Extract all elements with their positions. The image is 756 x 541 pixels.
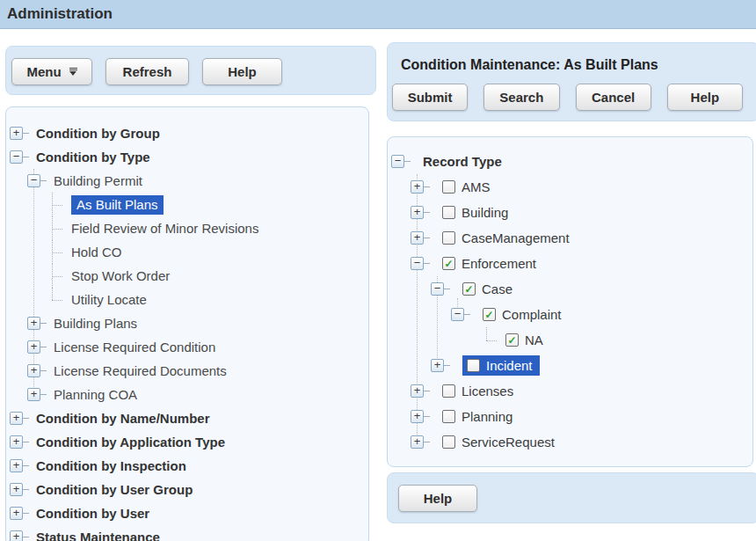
tree-item-label[interactable]: Utility Locate [71, 292, 147, 307]
expander-minus-icon[interactable]: − [431, 282, 444, 296]
expander-plus-icon[interactable]: + [431, 359, 444, 372]
tree-connector-dash [23, 157, 29, 157]
submit-button[interactable]: Submit [392, 84, 468, 111]
menu-button[interactable]: Menu [11, 58, 92, 85]
tree-item-label[interactable]: Condition by Name/Number [36, 411, 210, 426]
tree-item-label[interactable]: Planning [462, 409, 512, 424]
tree-item-label[interactable]: Building Plans [54, 316, 137, 331]
expander-plus-icon[interactable]: + [411, 206, 424, 219]
checkbox-unchecked-icon[interactable] [442, 206, 455, 219]
expander-plus-icon[interactable]: + [10, 483, 23, 496]
tree-connector-dash [40, 394, 47, 395]
tree-item-building: + Building [388, 200, 752, 225]
tree-connector-dash [40, 323, 47, 324]
expander-plus-icon[interactable]: + [411, 435, 424, 449]
expander-plus-icon[interactable]: + [10, 459, 23, 472]
search-button[interactable]: Search [483, 84, 559, 111]
tree-item-enforcement: − ✓ Enforcement [388, 251, 752, 276]
tree-item-label[interactable]: Condition by Group [36, 126, 160, 141]
tree-item-label[interactable]: Enforcement [462, 256, 536, 271]
expander-plus-icon[interactable]: + [27, 317, 40, 330]
tree-item-condition-by-application-type: + Condition by Application Type [6, 430, 368, 454]
tree-item-servicerequest: + ServiceRequest [388, 429, 752, 455]
tree-item-label[interactable]: License Required Condition [54, 340, 215, 355]
tree-item-label[interactable]: ServiceRequest [462, 435, 555, 450]
tree-item-label[interactable]: CaseManagement [462, 230, 570, 245]
tree-connector-dash [464, 314, 470, 315]
expander-plus-icon[interactable]: + [411, 180, 424, 194]
tree-item-label-selected[interactable]: Incident [486, 358, 533, 373]
tree-item-ams: + AMS [388, 174, 752, 200]
panel-title: Condition Maintenance: As Built Plans [388, 43, 756, 73]
expander-minus-icon[interactable]: − [391, 155, 404, 168]
checkbox-checked-icon[interactable]: ✓ [442, 257, 455, 270]
tree-item-condition-by-user: + Condition by User [6, 501, 368, 525]
tree-item-label[interactable]: NA [525, 333, 543, 347]
expander-plus-icon[interactable]: + [10, 127, 23, 140]
tree-item-label-selected[interactable]: As Built Plans [71, 195, 164, 215]
tree-connector-dash [40, 180, 47, 181]
condition-maintenance-header-panel: Condition Maintenance: As Built Plans Su… [387, 42, 756, 121]
right-help-button[interactable]: Help [667, 84, 743, 111]
tree-item-label[interactable]: Complaint [502, 307, 562, 322]
tree-item-planning: + Planning [388, 404, 752, 429]
tree-item-label[interactable]: Case [482, 281, 512, 296]
tree-item-case: − ✓ Case [388, 276, 752, 302]
right-header-button-row: Submit Search Cancel Help [388, 73, 756, 111]
tree-connector-dash [424, 238, 430, 238]
expander-minus-icon[interactable]: − [10, 150, 23, 164]
expander-plus-icon[interactable]: + [27, 364, 40, 377]
tree-item-label[interactable]: Condition by Application Type [36, 435, 225, 450]
tree-item-label[interactable]: Stop Work Order [71, 268, 170, 283]
expander-plus-icon[interactable]: + [10, 412, 23, 425]
tree-connector-dash [23, 442, 29, 442]
refresh-button[interactable]: Refresh [105, 58, 189, 85]
tree-connector-elbow [486, 327, 500, 353]
tree-item-label[interactable]: Condition by Type [36, 150, 150, 164]
checkbox-unchecked-icon[interactable] [442, 231, 455, 245]
expander-plus-icon[interactable]: + [10, 435, 23, 449]
left-help-button[interactable]: Help [202, 58, 282, 85]
tree-item-label[interactable]: Licenses [462, 384, 513, 398]
tree-item-label[interactable]: AMS [462, 179, 491, 194]
tree-item-label[interactable]: Planning COA [54, 387, 137, 402]
tree-item-label[interactable]: Condition by User Group [36, 482, 193, 497]
checkbox-checked-icon[interactable]: ✓ [462, 282, 476, 296]
expander-minus-icon[interactable]: − [451, 308, 464, 321]
expander-plus-icon[interactable]: + [10, 530, 23, 541]
tree-item-label[interactable]: Building [462, 205, 508, 220]
expander-minus-icon[interactable]: − [27, 174, 40, 187]
checkbox-checked-icon[interactable]: ✓ [483, 308, 496, 321]
tree-item-label[interactable]: Status Maintenance [36, 530, 160, 541]
selected-highlight[interactable]: Incident [462, 355, 540, 376]
tree-item-label[interactable]: Field Review of Minor Revisions [71, 221, 258, 236]
menu-dropdown-icon [69, 68, 77, 76]
condition-tree: + Condition by Group − Condition by Type… [6, 107, 368, 541]
checkbox-unchecked-icon[interactable] [442, 384, 455, 398]
expander-plus-icon[interactable]: + [10, 507, 23, 520]
tree-item-label[interactable]: Hold CO [71, 245, 122, 260]
checkbox-unchecked-icon[interactable] [442, 435, 455, 449]
page-title: Administration [0, 5, 113, 23]
tree-item-as-built-plans: As Built Plans [6, 193, 368, 216]
expander-plus-icon[interactable]: + [27, 388, 40, 401]
expander-plus-icon[interactable]: + [411, 231, 424, 245]
expander-plus-icon[interactable]: + [411, 384, 424, 398]
tree-item-field-review-of-minor-revisions: Field Review of Minor Revisions [6, 216, 368, 240]
tree-item-license-required-documents: + License Required Documents [6, 359, 368, 383]
expander-plus-icon[interactable]: + [27, 340, 40, 354]
checkbox-unchecked-icon[interactable] [442, 180, 455, 194]
checkbox-checked-icon[interactable]: ✓ [505, 333, 519, 347]
expander-minus-icon[interactable]: − [411, 257, 424, 270]
tree-connector-elbow [52, 240, 66, 264]
tree-item-label[interactable]: License Required Documents [54, 363, 227, 378]
tree-item-label[interactable]: Record Type [423, 154, 502, 169]
bottom-help-button[interactable]: Help [398, 485, 477, 512]
tree-item-label[interactable]: Condition by Inspection [36, 458, 186, 473]
checkbox-unchecked-icon[interactable] [442, 410, 455, 423]
cancel-button[interactable]: Cancel [576, 84, 651, 111]
checkbox-unchecked-icon[interactable] [467, 359, 480, 372]
expander-plus-icon[interactable]: + [411, 410, 424, 423]
tree-item-label[interactable]: Condition by User [36, 506, 149, 521]
tree-item-label[interactable]: Building Permit [54, 173, 142, 188]
